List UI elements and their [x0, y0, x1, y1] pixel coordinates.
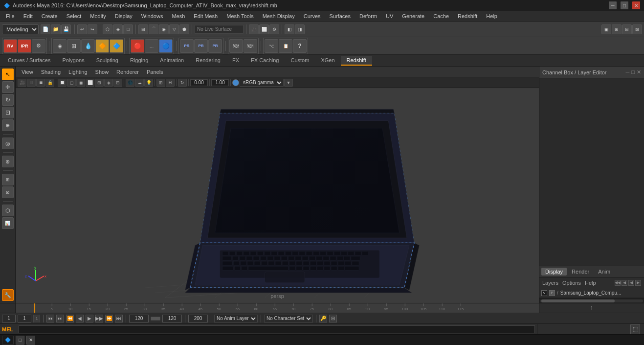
snap-point-btn[interactable]: ◉	[159, 24, 169, 34]
layer-first-btn[interactable]: ◀◀	[615, 280, 621, 286]
menu-display[interactable]: Display	[111, 12, 136, 20]
vp-iso-btn[interactable]: 🔲	[58, 79, 67, 87]
vp-shadow-btn[interactable]: 🌑	[126, 79, 134, 87]
show-manipulator-btn[interactable]: ⊛	[2, 156, 14, 167]
script-btn-1[interactable]: ⌥	[265, 39, 278, 53]
menu-edit-mesh[interactable]: Edit Mesh	[190, 12, 222, 20]
combine-btn[interactable]: ◈	[53, 39, 67, 53]
rv-btn[interactable]: RV	[3, 39, 17, 53]
tab-xgen[interactable]: XGen	[315, 56, 340, 66]
taskbar-maya-btn[interactable]: 🔷	[2, 336, 14, 345]
pr-btn-2[interactable]: PR	[194, 39, 208, 53]
tab-animation[interactable]: Animation	[154, 56, 190, 66]
smooth-btn[interactable]: 🔶	[95, 39, 109, 53]
vp-ssao-btn[interactable]: 💡	[144, 79, 153, 87]
vp-hud-btn[interactable]: H	[166, 79, 175, 87]
current-frame-field[interactable]: 1	[2, 315, 16, 322]
no-char-set-select[interactable]: No Character Set	[264, 315, 313, 322]
menu-create[interactable]: Create	[38, 12, 62, 20]
tab-rendering[interactable]: Rendering	[190, 56, 226, 66]
select-by-hierarchy-btn[interactable]: ⬡	[103, 24, 112, 34]
vp-color-circle[interactable]	[232, 79, 239, 86]
pb-play-fwd[interactable]: ▶	[86, 315, 93, 322]
ch-minimize-icon[interactable]: ─	[626, 69, 630, 75]
view-menu-item-panels[interactable]: Panels	[143, 68, 167, 76]
vp-grid-btn[interactable]: ⊞	[156, 79, 165, 87]
vp-gamma-select[interactable]: sRGB gamma	[240, 79, 284, 87]
script-btn-2[interactable]: 📋	[279, 39, 292, 53]
range-slider[interactable]	[151, 317, 160, 321]
pb-step-back[interactable]: ⏭	[56, 315, 64, 322]
tab-polygons[interactable]: Polygons	[56, 56, 90, 66]
menu-redshift[interactable]: Redshift	[454, 12, 481, 20]
tab-sculpting[interactable]: Sculpting	[90, 56, 124, 66]
help-btn[interactable]: ?	[293, 39, 307, 53]
vp-textured-btn[interactable]: ⬜	[86, 79, 94, 87]
mel-input[interactable]	[19, 325, 535, 333]
ipr-btn[interactable]: IPR	[18, 39, 31, 53]
bc-key-btn[interactable]: 🔑	[319, 315, 327, 322]
vp-smooth-btn[interactable]: ◈	[104, 79, 113, 87]
quick-layout-btn[interactable]: 🔧	[2, 289, 14, 301]
h-scrollbar-thumb[interactable]	[541, 299, 615, 302]
cb-tab-display[interactable]: Display	[541, 268, 567, 276]
vp-crease-btn[interactable]: ⊟	[113, 79, 122, 87]
layout-btn[interactable]: ⊞	[2, 174, 14, 185]
ch-close-icon[interactable]: ✕	[637, 69, 641, 75]
object-editor-btn[interactable]: ⬡	[2, 205, 14, 216]
pr-btn-3[interactable]: PR	[208, 39, 222, 53]
layer-v-checkbox[interactable]: V	[541, 290, 547, 296]
frame-step-field[interactable]: 1	[18, 315, 31, 322]
menu-modify[interactable]: Modify	[86, 12, 110, 20]
layout-single-btn[interactable]: ▣	[601, 24, 611, 34]
cb-tab-anim[interactable]: Anim	[594, 268, 614, 276]
layer-prev-btn[interactable]: ◀	[622, 280, 627, 286]
soft-select-btn[interactable]: ◎	[2, 138, 14, 149]
timeline-main[interactable]: 5 10 15 20 25 30 35 40 45	[16, 303, 539, 313]
menu-help[interactable]: Help	[482, 12, 501, 20]
ch-layers-label[interactable]: Layers	[542, 280, 558, 286]
tab-custom[interactable]: Custom	[285, 56, 315, 66]
taskbar-close-btn[interactable]: ✕	[26, 336, 35, 345]
pb-go-end[interactable]: ⏭	[115, 315, 123, 322]
cb-tab-render[interactable]: Render	[568, 268, 593, 276]
camera-btn[interactable]: 🎥	[249, 24, 259, 34]
booleans-btn[interactable]: ⊞	[67, 39, 81, 53]
undo-btn[interactable]: ↩	[77, 24, 87, 34]
vp-all-btn[interactable]: ⊞	[95, 79, 104, 87]
snap-grid-btn[interactable]: ⊞	[138, 24, 148, 34]
vp-shaded-btn[interactable]: ◼	[76, 79, 85, 87]
ch-expand-icon[interactable]: □	[631, 69, 635, 75]
viewport-main[interactable]: persp x y z	[16, 88, 539, 303]
menu-mesh-tools[interactable]: Mesh Tools	[222, 12, 257, 20]
show-render-settings-btn[interactable]: ⚙	[269, 24, 279, 34]
pb-back[interactable]: ◀	[76, 315, 84, 322]
minimize-button[interactable]: ─	[609, 1, 617, 9]
vp-camera-lock-btn[interactable]: 🔒	[45, 79, 54, 87]
render-settings-btn[interactable]: ⚙	[32, 39, 45, 53]
vp-field2[interactable]: 1.00	[211, 79, 229, 86]
pb-next[interactable]: ⏩	[105, 315, 113, 322]
poly-sphere-btn[interactable]: 🔵	[159, 39, 173, 53]
snap-curve-btn[interactable]: ⌒	[149, 24, 158, 34]
close-button[interactable]: ✕	[632, 1, 640, 9]
layout-quad-btn[interactable]: ⊞	[612, 24, 622, 34]
bc-tangent-btn[interactable]: ⊟	[329, 315, 337, 322]
rotate-tool-btn[interactable]: ↻	[2, 94, 14, 106]
vp-wireframe-btn[interactable]: ◻	[67, 79, 76, 87]
snap-live-btn[interactable]: ⬟	[179, 24, 189, 34]
view-menu-item-lighting[interactable]: Lighting	[65, 68, 91, 76]
taskbar-minimize-btn[interactable]: □	[16, 336, 24, 345]
menu-file[interactable]: File	[2, 12, 19, 20]
render-op-2[interactable]: 🍽	[244, 39, 257, 53]
layout-custom-btn[interactable]: ⊟	[622, 24, 632, 34]
menu-cache[interactable]: Cache	[429, 12, 453, 20]
misc-btn-1[interactable]: ◧	[285, 24, 294, 34]
render-region-btn[interactable]: ⬜	[259, 24, 269, 34]
misc-btn-2[interactable]: ◨	[295, 24, 305, 34]
save-scene-btn[interactable]: 💾	[61, 24, 71, 34]
range-start-field[interactable]: 120	[129, 315, 149, 322]
vp-ao-btn[interactable]: ☁	[135, 79, 144, 87]
menu-mesh[interactable]: Mesh	[168, 12, 189, 20]
move-tool-btn[interactable]: ✛	[2, 81, 14, 93]
